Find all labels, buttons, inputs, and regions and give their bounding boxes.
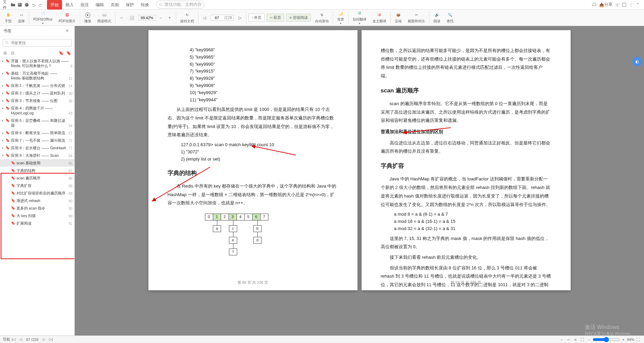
bookmark-item[interactable]: 🔖渐进式 rehash90	[0, 197, 74, 204]
chevron-icon[interactable]: ⌃	[634, 1, 641, 8]
menu-6[interactable]: 转换	[137, 0, 153, 10]
bookmark-item[interactable]: ▸🔖应用 8：近水楼台 —— GeoHash77	[0, 144, 74, 152]
menu-0[interactable]: 开始	[47, 0, 62, 10]
bookmark-item[interactable]: 🔖大 key 扫描90	[0, 212, 74, 219]
word-translate-button[interactable]: 译划词翻译▾	[351, 10, 368, 26]
bookmark-item[interactable]: ▸🔖基础：万丈高楼平地起 —— Redis 基础数据结构12	[0, 69, 74, 82]
close-icon[interactable]: ✕	[65, 28, 71, 34]
menu-4[interactable]: 页面	[107, 0, 122, 10]
bookmark-item[interactable]: ▸🔖开篇：授人以鱼不若授人以渔 —— Redis 可以用来做什么？8	[0, 57, 74, 69]
bookmark-item[interactable]: ▸🔖应用 2：缓兵之计 —— 延时队列30	[0, 89, 74, 97]
svg-point-4	[6, 41, 8, 43]
bookmark-item[interactable]: 🔖字典的结构87	[0, 167, 74, 174]
zoom-input[interactable]	[138, 15, 156, 21]
bookmark-search[interactable]	[3, 39, 72, 47]
zoom-slider[interactable]	[593, 337, 620, 342]
background-button[interactable]: 🌙背景▾	[335, 10, 346, 26]
next-page-icon[interactable]: ▷	[236, 14, 244, 22]
expand-all-icon[interactable]: ⊞	[3, 51, 8, 55]
bookmark-item[interactable]: ▸🔖应用 3：节衣缩食 —— 位图36	[0, 97, 74, 104]
bookmark-item[interactable]: ▸🔖应用 4：四两拨千斤 —— HyperLogLog43	[0, 104, 74, 117]
bookmark-item[interactable]: 🔖更多的 scan 指令90	[0, 204, 74, 212]
bookmark-item[interactable]: ▸🔖应用 1：千帆竞发 —— 分布式锁24	[0, 82, 74, 89]
pdf2office-button[interactable]: 📄PDF转Office▾	[31, 10, 54, 26]
bookmark-item[interactable]: ▸🔖应用 7：一毛不拔 —— 漏斗限流72	[0, 137, 74, 144]
double-page-button[interactable]: ▫▫ 双页	[267, 14, 284, 22]
bookmark-item[interactable]: ▾🔖应用 9：大海捞针 —— Scan84	[0, 152, 74, 159]
bookmark-icon[interactable]: 🔖	[59, 51, 63, 55]
cloud-icon[interactable]	[591, 1, 598, 8]
full-translate-button[interactable]: 译全文翻译	[370, 11, 388, 24]
zoom-out-status-icon[interactable]: −	[586, 336, 593, 343]
read-aloud-button[interactable]: 🔊朗读	[432, 11, 442, 24]
compress-button[interactable]: 📦压缩	[393, 11, 404, 24]
bookmark-item[interactable]: ▸🔖应用 6：断尾求生 —— 简单限流67	[0, 129, 74, 137]
more-icon[interactable]: ⋮	[628, 1, 634, 8]
play-button[interactable]: 播放	[82, 11, 93, 24]
continuous-button[interactable]: ≡ 连续阅读	[286, 14, 311, 22]
hand-tool[interactable]: ✋手型	[3, 11, 14, 24]
bookmark-item[interactable]: 🔖对比扩容缩容前后的遍历顺序89	[0, 189, 74, 197]
save-icon[interactable]	[16, 1, 23, 8]
heading: 字典扩容	[381, 161, 551, 172]
menu-5[interactable]: 保护	[122, 0, 137, 10]
menu-2[interactable]: 批注	[77, 0, 92, 10]
bookmark-item[interactable]: 🔖scan 遍历顺序88	[0, 174, 74, 182]
bookmark2-icon[interactable]: 🔖	[66, 51, 71, 55]
zoom-in-icon[interactable]: +	[166, 14, 174, 22]
first-page-icon[interactable]: |◁	[10, 336, 17, 343]
paragraph: 槽位数，之所以返回的结果可能多可能少，是因为不是所有的槽位上都会挂接链表，有些槽…	[381, 47, 551, 80]
last-page-icon[interactable]: ▷|	[48, 336, 54, 343]
fullscreen-icon[interactable]: ⛶	[634, 336, 641, 343]
readmode-button[interactable]: 📖阅读模式	[95, 11, 113, 24]
autoscroll-button[interactable]: ⇅自动滚动	[313, 11, 331, 24]
bookmark-item[interactable]: 🔖扩展阅读91	[0, 219, 74, 227]
layout3-icon[interactable]: ≡	[572, 336, 579, 343]
diagram: 01234567 a cef bd	[205, 214, 338, 255]
open-icon[interactable]	[10, 1, 16, 8]
bookmark-item[interactable]: 🔖scan 基础使用85	[0, 159, 74, 167]
zoom-out-icon[interactable]: −	[157, 14, 165, 22]
fit-icon[interactable]: ⛶	[579, 336, 586, 343]
find-button[interactable]: 🔍查找	[445, 11, 455, 24]
redo-icon[interactable]	[37, 1, 44, 8]
svg-rect-2	[622, 3, 626, 7]
menu-3[interactable]: 编辑	[92, 0, 107, 10]
layout1-icon[interactable]: ▫	[558, 336, 565, 343]
paragraph: scan 的遍历顺序非常特别。它不是从第一维数组的第 0 位一直遍历到末尾，而是…	[381, 100, 551, 125]
window-icon[interactable]	[621, 1, 628, 8]
gear-icon[interactable]	[614, 1, 621, 8]
nav-label: 导航	[3, 337, 10, 342]
menu-1[interactable]: 插入	[62, 0, 77, 10]
pdf2pic-button[interactable]: 🖼PDF转图片	[57, 11, 78, 24]
heading: scan 遍历顺序	[381, 85, 551, 96]
next-icon[interactable]: ▷	[41, 336, 48, 343]
page-left: 4) "key9968"5) "key9965"6) "key9990"7) "…	[148, 30, 357, 290]
collapse-all-icon[interactable]: ⊟	[11, 51, 16, 55]
fit-width-icon[interactable]: ↔	[118, 14, 126, 22]
paragraph: 从上面的过程可以看到虽然提供的 limit 是 1000，但是返回的结果只有 1…	[168, 105, 338, 139]
svg-line-7	[403, 128, 451, 133]
rotate-button[interactable]: ↻旋转文档	[178, 11, 196, 24]
fit-page-icon[interactable]: ⬜	[128, 14, 136, 22]
select-tool[interactable]: ▭选择	[16, 11, 27, 24]
page-input[interactable]	[211, 15, 223, 21]
print-icon[interactable]	[23, 1, 30, 8]
menu-icon[interactable]: 文件	[3, 1, 10, 8]
paragraph: 接下来我们看看 rehash 前后元素槽位的变化。	[381, 253, 551, 262]
crop-button[interactable]: ✂截图和对比	[406, 11, 427, 24]
share-icon[interactable]: 📤分享	[598, 1, 614, 8]
zoom-value: 99%	[627, 338, 634, 342]
prev-icon[interactable]: ◁	[17, 336, 24, 343]
single-page-button[interactable]: ▫ 单页	[248, 14, 265, 22]
prev-page-icon[interactable]: ◁	[201, 14, 209, 22]
zoom-in-status-icon[interactable]: +	[620, 336, 627, 343]
page-footer: 第 86 页 共 226 页	[148, 279, 357, 286]
layout2-icon[interactable]: ▫▫	[565, 336, 572, 343]
svg-point-0	[160, 3, 162, 5]
search-box[interactable]: 查找功能、文档内容	[156, 1, 205, 9]
undo-icon[interactable]	[30, 1, 37, 8]
float-button[interactable]: ◐	[632, 57, 642, 66]
bookmark-item[interactable]: ▸🔖应用 5：层峦叠嶂 —— 布隆过滤器54	[0, 117, 74, 129]
bookmark-item[interactable]: 🔖字典扩容88	[0, 182, 74, 189]
